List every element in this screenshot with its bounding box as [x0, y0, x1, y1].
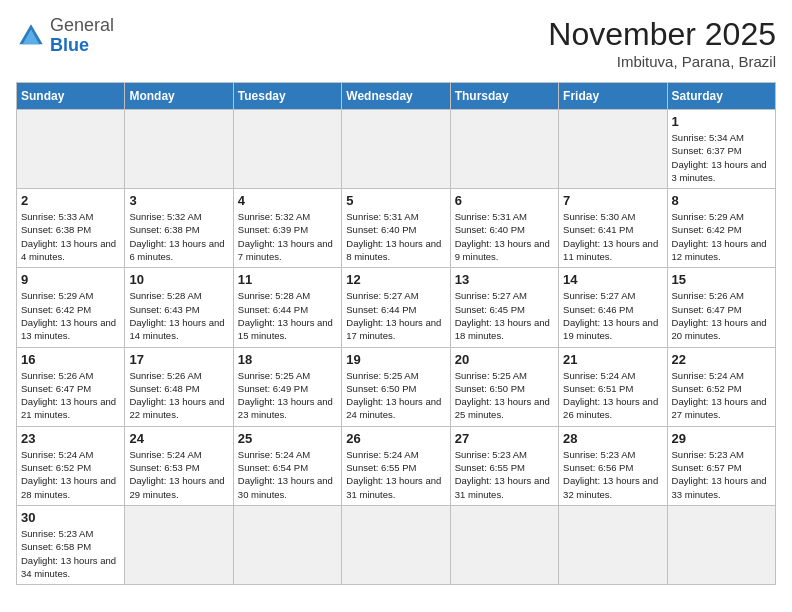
day-number: 10 [129, 272, 228, 287]
weekday-header-sunday: Sunday [17, 83, 125, 110]
day-info: Sunrise: 5:23 AM Sunset: 6:56 PM Dayligh… [563, 448, 662, 501]
day-info: Sunrise: 5:24 AM Sunset: 6:52 PM Dayligh… [21, 448, 120, 501]
calendar-cell [559, 505, 667, 584]
day-number: 18 [238, 352, 337, 367]
day-number: 11 [238, 272, 337, 287]
day-number: 13 [455, 272, 554, 287]
day-number: 16 [21, 352, 120, 367]
day-info: Sunrise: 5:26 AM Sunset: 6:47 PM Dayligh… [21, 369, 120, 422]
calendar-cell: 29Sunrise: 5:23 AM Sunset: 6:57 PM Dayli… [667, 426, 775, 505]
day-info: Sunrise: 5:31 AM Sunset: 6:40 PM Dayligh… [455, 210, 554, 263]
calendar-cell [342, 110, 450, 189]
day-info: Sunrise: 5:28 AM Sunset: 6:44 PM Dayligh… [238, 289, 337, 342]
day-number: 14 [563, 272, 662, 287]
day-info: Sunrise: 5:26 AM Sunset: 6:47 PM Dayligh… [672, 289, 771, 342]
day-number: 25 [238, 431, 337, 446]
day-info: Sunrise: 5:25 AM Sunset: 6:50 PM Dayligh… [455, 369, 554, 422]
calendar-cell [559, 110, 667, 189]
calendar-body: 1Sunrise: 5:34 AM Sunset: 6:37 PM Daylig… [17, 110, 776, 585]
calendar-cell: 30Sunrise: 5:23 AM Sunset: 6:58 PM Dayli… [17, 505, 125, 584]
calendar-cell: 17Sunrise: 5:26 AM Sunset: 6:48 PM Dayli… [125, 347, 233, 426]
calendar-cell: 6Sunrise: 5:31 AM Sunset: 6:40 PM Daylig… [450, 189, 558, 268]
day-info: Sunrise: 5:26 AM Sunset: 6:48 PM Dayligh… [129, 369, 228, 422]
day-info: Sunrise: 5:29 AM Sunset: 6:42 PM Dayligh… [21, 289, 120, 342]
calendar-cell: 19Sunrise: 5:25 AM Sunset: 6:50 PM Dayli… [342, 347, 450, 426]
logo-general: General [50, 16, 114, 36]
weekday-header-tuesday: Tuesday [233, 83, 341, 110]
weekday-header-monday: Monday [125, 83, 233, 110]
calendar-cell: 14Sunrise: 5:27 AM Sunset: 6:46 PM Dayli… [559, 268, 667, 347]
day-info: Sunrise: 5:25 AM Sunset: 6:49 PM Dayligh… [238, 369, 337, 422]
day-number: 9 [21, 272, 120, 287]
day-info: Sunrise: 5:33 AM Sunset: 6:38 PM Dayligh… [21, 210, 120, 263]
weekday-row: SundayMondayTuesdayWednesdayThursdayFrid… [17, 83, 776, 110]
calendar-week-3: 9Sunrise: 5:29 AM Sunset: 6:42 PM Daylig… [17, 268, 776, 347]
day-number: 28 [563, 431, 662, 446]
day-number: 5 [346, 193, 445, 208]
day-info: Sunrise: 5:27 AM Sunset: 6:44 PM Dayligh… [346, 289, 445, 342]
day-number: 6 [455, 193, 554, 208]
day-info: Sunrise: 5:23 AM Sunset: 6:57 PM Dayligh… [672, 448, 771, 501]
day-number: 2 [21, 193, 120, 208]
day-info: Sunrise: 5:28 AM Sunset: 6:43 PM Dayligh… [129, 289, 228, 342]
calendar-cell [17, 110, 125, 189]
calendar-cell [233, 110, 341, 189]
day-info: Sunrise: 5:27 AM Sunset: 6:46 PM Dayligh… [563, 289, 662, 342]
logo-text: General Blue [50, 16, 114, 56]
weekday-header-friday: Friday [559, 83, 667, 110]
day-number: 23 [21, 431, 120, 446]
calendar-header: SundayMondayTuesdayWednesdayThursdayFrid… [17, 83, 776, 110]
weekday-header-saturday: Saturday [667, 83, 775, 110]
calendar-cell [450, 505, 558, 584]
calendar-cell: 13Sunrise: 5:27 AM Sunset: 6:45 PM Dayli… [450, 268, 558, 347]
calendar-cell [450, 110, 558, 189]
day-number: 12 [346, 272, 445, 287]
day-number: 1 [672, 114, 771, 129]
calendar-cell: 9Sunrise: 5:29 AM Sunset: 6:42 PM Daylig… [17, 268, 125, 347]
calendar-week-5: 23Sunrise: 5:24 AM Sunset: 6:52 PM Dayli… [17, 426, 776, 505]
calendar-cell: 2Sunrise: 5:33 AM Sunset: 6:38 PM Daylig… [17, 189, 125, 268]
day-number: 24 [129, 431, 228, 446]
logo-icon [16, 21, 46, 51]
calendar-cell: 26Sunrise: 5:24 AM Sunset: 6:55 PM Dayli… [342, 426, 450, 505]
calendar-cell [125, 505, 233, 584]
day-number: 26 [346, 431, 445, 446]
day-info: Sunrise: 5:24 AM Sunset: 6:54 PM Dayligh… [238, 448, 337, 501]
calendar-cell: 7Sunrise: 5:30 AM Sunset: 6:41 PM Daylig… [559, 189, 667, 268]
day-info: Sunrise: 5:30 AM Sunset: 6:41 PM Dayligh… [563, 210, 662, 263]
calendar-cell: 15Sunrise: 5:26 AM Sunset: 6:47 PM Dayli… [667, 268, 775, 347]
day-number: 20 [455, 352, 554, 367]
day-number: 17 [129, 352, 228, 367]
day-number: 4 [238, 193, 337, 208]
calendar-cell [342, 505, 450, 584]
calendar-cell: 11Sunrise: 5:28 AM Sunset: 6:44 PM Dayli… [233, 268, 341, 347]
calendar-cell: 5Sunrise: 5:31 AM Sunset: 6:40 PM Daylig… [342, 189, 450, 268]
day-number: 21 [563, 352, 662, 367]
day-info: Sunrise: 5:24 AM Sunset: 6:51 PM Dayligh… [563, 369, 662, 422]
weekday-header-wednesday: Wednesday [342, 83, 450, 110]
day-number: 3 [129, 193, 228, 208]
day-number: 27 [455, 431, 554, 446]
calendar-week-4: 16Sunrise: 5:26 AM Sunset: 6:47 PM Dayli… [17, 347, 776, 426]
calendar-cell: 27Sunrise: 5:23 AM Sunset: 6:55 PM Dayli… [450, 426, 558, 505]
calendar-cell: 25Sunrise: 5:24 AM Sunset: 6:54 PM Dayli… [233, 426, 341, 505]
day-info: Sunrise: 5:29 AM Sunset: 6:42 PM Dayligh… [672, 210, 771, 263]
calendar-cell: 20Sunrise: 5:25 AM Sunset: 6:50 PM Dayli… [450, 347, 558, 426]
calendar-cell: 28Sunrise: 5:23 AM Sunset: 6:56 PM Dayli… [559, 426, 667, 505]
day-info: Sunrise: 5:32 AM Sunset: 6:38 PM Dayligh… [129, 210, 228, 263]
calendar-cell [667, 505, 775, 584]
calendar-cell: 21Sunrise: 5:24 AM Sunset: 6:51 PM Dayli… [559, 347, 667, 426]
calendar-cell: 12Sunrise: 5:27 AM Sunset: 6:44 PM Dayli… [342, 268, 450, 347]
day-info: Sunrise: 5:23 AM Sunset: 6:55 PM Dayligh… [455, 448, 554, 501]
location-subtitle: Imbituva, Parana, Brazil [548, 53, 776, 70]
day-info: Sunrise: 5:24 AM Sunset: 6:55 PM Dayligh… [346, 448, 445, 501]
calendar-cell: 24Sunrise: 5:24 AM Sunset: 6:53 PM Dayli… [125, 426, 233, 505]
calendar-cell: 8Sunrise: 5:29 AM Sunset: 6:42 PM Daylig… [667, 189, 775, 268]
day-info: Sunrise: 5:32 AM Sunset: 6:39 PM Dayligh… [238, 210, 337, 263]
calendar-cell: 3Sunrise: 5:32 AM Sunset: 6:38 PM Daylig… [125, 189, 233, 268]
calendar-cell: 22Sunrise: 5:24 AM Sunset: 6:52 PM Dayli… [667, 347, 775, 426]
day-info: Sunrise: 5:34 AM Sunset: 6:37 PM Dayligh… [672, 131, 771, 184]
calendar-cell [125, 110, 233, 189]
day-number: 8 [672, 193, 771, 208]
day-number: 15 [672, 272, 771, 287]
